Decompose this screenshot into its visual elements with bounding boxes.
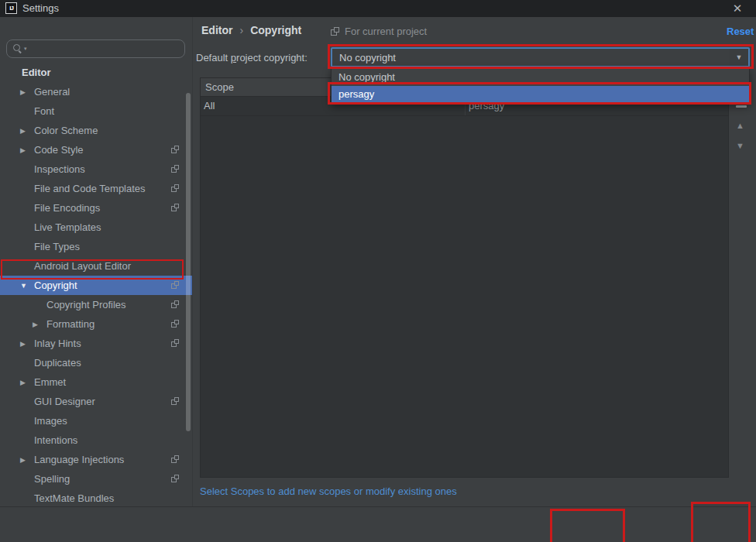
sidebar-item-label: Live Templates — [34, 221, 101, 233]
sidebar-item-live-templates[interactable]: Live Templates — [0, 218, 192, 237]
combobox-chevron-down-icon[interactable]: ▼ — [730, 49, 748, 66]
sidebar-item-textmate-bundles[interactable]: TextMate Bundles — [0, 489, 192, 508]
sidebar-item-emmet[interactable]: ▶Emmet — [0, 372, 192, 392]
sidebar-item-language-injections[interactable]: ▶Language Injections — [0, 450, 192, 469]
sidebar-item-label: File Types — [34, 241, 80, 252]
sidebar-item-label: Intentions — [34, 434, 77, 446]
sidebar-item-label: File and Code Templates — [34, 183, 146, 194]
project-level-icon — [171, 475, 180, 483]
sidebar-item-label: Images — [34, 415, 67, 427]
sidebar-item-inspections[interactable]: Inspections — [0, 160, 192, 179]
chevron-right-icon[interactable]: ▶ — [20, 83, 34, 102]
sidebar-item-images[interactable]: Images — [0, 411, 192, 431]
project-level-icon — [171, 300, 180, 309]
project-level-icon — [171, 146, 180, 154]
intellij-logo-icon: IJ — [5, 2, 17, 14]
sidebar-item-copyright-profiles[interactable]: Copyright Profiles — [0, 295, 192, 314]
title-bar: IJ Settings ✕ — [0, 0, 756, 17]
chevron-right-icon[interactable]: ▶ — [20, 334, 34, 354]
sidebar-item-label: GUI Designer — [34, 396, 95, 407]
sidebar-item-duplicates[interactable]: Duplicates — [0, 353, 192, 372]
project-level-icon — [171, 204, 180, 212]
sidebar-item-inlay-hints[interactable]: ▶Inlay Hints — [0, 334, 192, 353]
project-level-icon — [171, 397, 180, 406]
sidebar-item-label: Spelling — [34, 473, 70, 485]
chevron-right-icon[interactable]: ▶ — [20, 373, 34, 393]
project-level-icon — [171, 339, 180, 348]
sidebar-item-font[interactable]: Font — [0, 101, 192, 121]
settings-sidebar: ▾ Editor▶GeneralFont▶Color Scheme▶Code S… — [0, 17, 192, 506]
settings-dialog: IJ Settings ✕ ▾ Editor▶GeneralFont▶Color… — [0, 0, 756, 542]
close-icon[interactable]: ✕ — [730, 1, 745, 16]
sidebar-item-file-types[interactable]: File Types — [0, 237, 192, 256]
chevron-right-icon[interactable]: ▶ — [20, 122, 34, 141]
reset-link[interactable]: Reset — [727, 26, 754, 37]
dropdown-option-persagy[interactable]: persagy — [332, 86, 749, 103]
combobox-value: No copyright — [332, 52, 730, 63]
sidebar-item-label: File Encodings — [34, 202, 100, 214]
sidebar-scrollbar[interactable] — [186, 93, 191, 431]
project-scope-icon — [331, 27, 340, 36]
project-level-icon — [171, 455, 180, 464]
sidebar-item-copyright[interactable]: ▼Copyright — [0, 276, 192, 295]
sidebar-item-intentions[interactable]: Intentions — [0, 431, 192, 450]
sidebar-item-label: Formatting — [46, 318, 94, 330]
label-mnemonic: p — [231, 52, 236, 63]
search-box[interactable]: ▾ — [6, 39, 185, 58]
sidebar-item-label: Duplicates — [34, 357, 81, 369]
breadcrumb-copyright: Copyright — [250, 24, 301, 36]
remove-scope-icon[interactable] — [736, 105, 747, 108]
search-input[interactable] — [29, 43, 184, 56]
copyright-dropdown-popup: No copyrightpersagy — [331, 68, 750, 104]
breadcrumb-separator: › — [239, 24, 243, 36]
sidebar-item-label: Android Layout Editor — [34, 260, 131, 272]
sidebar-item-label: Inspections — [34, 163, 85, 175]
sidebar-item-label: General — [34, 86, 70, 98]
project-level-icon — [171, 184, 180, 193]
sidebar-item-label: Emmet — [34, 376, 66, 388]
sidebar-item-android-layout-editor[interactable]: Android Layout Editor — [0, 256, 192, 276]
search-icon — [13, 44, 22, 53]
sidebar-item-label: Code Style — [34, 144, 84, 156]
label-prefix: Default — [196, 52, 231, 63]
dialog-button-bar: ? OK Cancel Apply — [0, 506, 756, 542]
window-title: Settings — [22, 2, 59, 14]
settings-tree: Editor▶GeneralFont▶Color Scheme▶Code Sty… — [0, 63, 192, 527]
scope-note-label: For current project — [345, 26, 427, 37]
sidebar-item-general[interactable]: ▶General — [0, 82, 192, 101]
project-level-icon — [171, 320, 180, 328]
sidebar-item-label: TextMate Bundles — [34, 492, 114, 504]
sidebar-item-spelling[interactable]: Spelling — [0, 469, 192, 489]
chevron-down-icon[interactable]: ▼ — [20, 276, 34, 296]
sidebar-item-file-and-code-templates[interactable]: File and Code Templates — [0, 179, 192, 198]
breadcrumb-editor[interactable]: Editor — [201, 24, 232, 36]
move-down-icon[interactable]: ▼ — [736, 141, 744, 150]
sidebar-item-color-scheme[interactable]: ▶Color Scheme — [0, 121, 192, 140]
sidebar-item-label: Font — [34, 105, 54, 117]
sidebar-divider — [192, 17, 193, 506]
sidebar-item-code-style[interactable]: ▶Code Style — [0, 140, 192, 160]
default-copyright-label: Default project copyright: — [196, 52, 308, 63]
select-scopes-link[interactable]: Select Scopes to add new scopes or modif… — [200, 485, 457, 497]
sidebar-item-editor[interactable]: Editor — [0, 63, 192, 82]
sidebar-item-label: Editor — [22, 67, 51, 78]
label-suffix: roject copyright: — [236, 52, 308, 63]
sidebar-item-label: Copyright — [34, 280, 77, 291]
sidebar-item-gui-designer[interactable]: GUI Designer — [0, 392, 192, 411]
breadcrumb: Editor › Copyright — [201, 24, 301, 36]
sidebar-item-file-encodings[interactable]: File Encodings — [0, 198, 192, 218]
sidebar-item-label: Inlay Hints — [34, 338, 81, 349]
chevron-right-icon[interactable]: ▶ — [20, 451, 34, 470]
project-level-icon — [171, 281, 180, 290]
sidebar-item-label: Copyright Profiles — [46, 299, 126, 310]
chevron-right-icon[interactable]: ▶ — [20, 141, 34, 160]
move-up-icon[interactable]: ▲ — [736, 121, 744, 130]
chevron-right-icon[interactable]: ▶ — [33, 315, 46, 334]
project-level-icon — [171, 165, 180, 173]
dropdown-option-no-copyright[interactable]: No copyright — [332, 69, 749, 86]
sidebar-item-label: Language Injections — [34, 454, 124, 465]
sidebar-item-formatting[interactable]: ▶Formatting — [0, 314, 192, 334]
scope-table: Scope Allpersagy — [200, 77, 729, 478]
default-copyright-combobox[interactable]: No copyright ▼ — [331, 47, 750, 67]
sidebar-item-label: Color Scheme — [34, 125, 98, 136]
